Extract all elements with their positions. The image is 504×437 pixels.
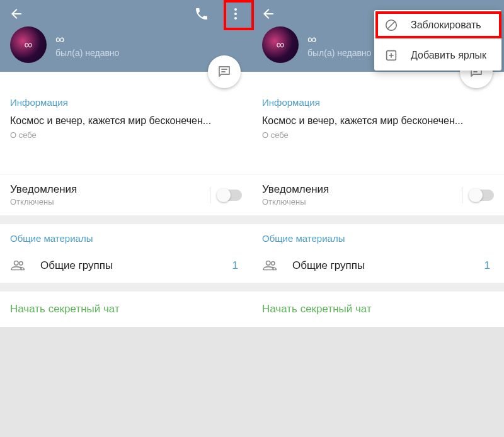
avatar[interactable] xyxy=(262,26,299,63)
divider xyxy=(0,283,252,292)
notifications-label: Уведомления xyxy=(262,183,462,196)
profile-name: ∞ xyxy=(307,32,371,47)
separator xyxy=(462,187,462,203)
bio-label: О себе xyxy=(262,130,494,140)
profile-status: был(а) недавно xyxy=(55,48,119,58)
svg-point-0 xyxy=(234,8,237,11)
toolbar xyxy=(0,0,252,28)
notifications-status: Отключены xyxy=(10,197,210,207)
phone-icon xyxy=(194,6,209,21)
menu-block-label: Заблокировать xyxy=(411,20,481,31)
svg-point-1 xyxy=(234,13,237,15)
screen-left: ∞ был(а) недавно Информация Космос и веч… xyxy=(0,0,252,437)
divider xyxy=(252,283,504,292)
more-vert-icon xyxy=(228,6,243,21)
shared-title: Общие материалы xyxy=(262,233,494,244)
chat-icon xyxy=(217,64,232,79)
divider xyxy=(252,215,504,224)
empty-area xyxy=(0,327,252,437)
back-button[interactable] xyxy=(4,1,29,26)
notifications-status: Отключены xyxy=(262,197,462,207)
call-button[interactable] xyxy=(189,1,214,26)
bio-text: Космос и вечер, кажется мир бесконечен..… xyxy=(262,114,494,128)
separator xyxy=(210,187,210,203)
header: ∞ был(а) недавно xyxy=(0,0,252,72)
notifications-toggle[interactable] xyxy=(218,190,242,201)
info-title: Информация xyxy=(262,97,494,108)
svg-line-4 xyxy=(388,22,395,29)
profile-text: ∞ был(а) недавно xyxy=(307,32,371,58)
shared-title: Общие материалы xyxy=(10,233,242,244)
groups-row[interactable]: Общие группы 1 xyxy=(0,254,252,283)
profile-row[interactable]: ∞ был(а) недавно xyxy=(0,26,252,63)
menu-item-shortcut[interactable]: Добавить ярлык xyxy=(374,40,501,71)
block-icon xyxy=(384,18,398,32)
divider xyxy=(0,215,252,224)
groups-count: 1 xyxy=(484,259,490,272)
menu-item-block[interactable]: Заблокировать xyxy=(374,10,501,40)
notifications-label: Уведомления xyxy=(10,183,210,196)
avatar[interactable] xyxy=(10,26,47,63)
shared-section: Общие материалы xyxy=(0,224,252,254)
message-fab[interactable] xyxy=(208,55,241,88)
menu-shortcut-label: Добавить ярлык xyxy=(411,50,486,61)
start-secret-chat[interactable]: Начать секретный чат xyxy=(252,292,504,327)
bio-label: О себе xyxy=(10,130,242,140)
svg-point-2 xyxy=(234,17,237,20)
add-shortcut-icon xyxy=(384,48,398,62)
groups-label: Общие группы xyxy=(292,259,484,272)
more-button[interactable] xyxy=(223,1,248,26)
groups-count: 1 xyxy=(232,259,238,272)
bio-text: Космос и вечер, кажется мир бесконечен..… xyxy=(10,114,242,128)
groups-label: Общие группы xyxy=(40,259,232,272)
empty-area xyxy=(252,327,504,437)
notifications-row[interactable]: Уведомления Отключены xyxy=(0,174,252,215)
people-icon xyxy=(262,258,278,274)
start-secret-chat[interactable]: Начать секретный чат xyxy=(0,292,252,327)
profile-text: ∞ был(а) недавно xyxy=(55,32,119,58)
shared-section: Общие материалы xyxy=(252,224,504,254)
arrow-left-icon xyxy=(9,6,24,21)
back-button[interactable] xyxy=(256,1,281,26)
arrow-left-icon xyxy=(261,6,276,21)
notifications-toggle[interactable] xyxy=(470,190,494,201)
profile-name: ∞ xyxy=(55,32,119,47)
profile-status: был(а) недавно xyxy=(307,48,371,58)
screen-right: ∞ был(а) недавно Информация Космос и веч… xyxy=(252,0,504,437)
groups-row[interactable]: Общие группы 1 xyxy=(252,254,504,283)
context-menu: Заблокировать Добавить ярлык xyxy=(374,10,501,71)
people-icon xyxy=(10,258,26,274)
info-title: Информация xyxy=(10,97,242,108)
notifications-row[interactable]: Уведомления Отключены xyxy=(252,174,504,215)
